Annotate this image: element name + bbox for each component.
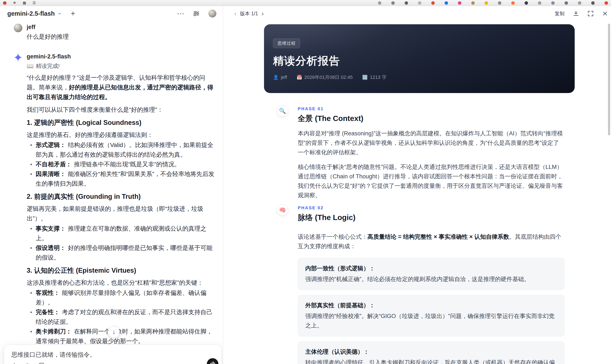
menubar-status-icon-2[interactable] [391,1,395,5]
menubar-status-icon-6[interactable] [445,1,448,5]
attach-plus-button[interactable]: + [12,361,17,364]
arrow-down-icon: ↓ [112,328,115,335]
user-name: jeff [27,23,216,31]
section-bullets-3: 客观性：能够识别并尽量排除个人偏见（如幸存者偏差、确认偏差）。 完备性：考虑了对… [27,288,216,346]
menubar-right-icons [378,1,608,5]
menubar-red-icon[interactable] [3,1,6,5]
gemini-star-icon [14,53,22,62]
menubar-grid-icon[interactable]: ▦ [23,1,26,5]
bullet-item: 完备性：考虑了对立的观点和潜在的反证，而不是只选择支持自己结论的证据。 [27,307,216,327]
dimension-cards: 内部一致性（形式逻辑）： 强调推理的“机械正确”。结论必须在给定的规则系统内逻辑… [298,258,565,364]
brain-icon: 🧠 [277,204,288,216]
phase-2-section: 🧠 PHASE 02 脉络 (The Logic) 该论述基于一个核心公式：高质… [264,205,575,364]
version-navigator: ‹ 版本 1/1 › [234,10,264,17]
next-version-button[interactable]: › [261,10,264,17]
phase-1-paragraph-2: 核心情境在于解决“思考的随意性”问题。不论是人类通过批判性思维进行决策，还是大语… [298,162,565,200]
section-desc-2: 逻辑再完美，如果前提是错误的，推理也是垃圾（即“垃圾进，垃圾出”）。 [27,204,216,223]
download-button[interactable] [573,10,579,17]
chat-panel: gemini-2.5-flash + ⋯ [0,6,223,364]
assistant-name: gemini-2.5-flash [27,53,216,60]
fullscreen-button[interactable] [587,10,594,17]
phase-2-intro: 该论述基于一个核心公式：高质量结论 = 结构完整性 × 事实准确性 × 认知自律… [298,232,565,251]
version-label: 版本 1/1 [240,10,258,17]
menubar-status-icon-17[interactable] [591,1,595,5]
author-icon: 👤 [273,75,279,80]
report-badge: 思维过程 [273,39,300,48]
menubar-left-icons: ❖▦☰ [3,1,36,5]
fullscreen-icon [587,10,594,17]
menubar-window-icon[interactable]: ❖ [13,1,16,5]
app-window: gemini-2.5-flash + ⋯ [0,6,611,364]
phase-1-title: 全景 (The Context) [298,114,565,124]
model-name: gemini-2.5-flash [7,10,55,17]
report-hero-card: 思维过程 精读分析报告 👤 jeff 📅 2026年01月08日 02:45 🔢… [264,24,575,93]
dimension-card-3: 主体伦理（认识美德）： 转向推理者的心理特征。引入奥卡姆剃刀和反向论证，旨在克服… [298,341,565,364]
prev-version-button[interactable]: ‹ [234,10,237,17]
artifact-panel: ‹ 版本 1/1 › 复制 [223,6,611,364]
dimension-card-2: 外部真实性（前提基础）： 强调推理的“经验校准”。解决“GIGO（垃圾进，垃圾出… [298,295,565,337]
bullet-item: 奥卡姆剃刀：在解释同一个现象时，如果两种推理都能站得住脚，通常倾向于最简单、假设… [27,327,216,346]
menubar-status-icon-14[interactable] [551,1,555,5]
composer-input[interactable]: 思维接口已就绪，请传输指令。 [11,351,214,359]
bullet-item: 不自相矛盾：推理链条中不能出现“既是又非”的情况。 [27,159,216,169]
section-heading-1: 1. 逻辑的严密性 (Logical Soundness) [27,118,216,127]
reading-status: 📖 精读完成! [27,62,216,70]
user-message: jeff 什么是好的推理 [14,23,216,41]
section-desc-3: 这涉及推理者的心态和方法论，也是区分“杠精”和“思想家”的关键： [27,278,216,287]
phase-2-title: 脉络 (The Logic) [298,212,565,223]
word-count-icon: 🔢 [362,75,368,80]
more-options-button[interactable]: ⋯ [177,10,184,17]
new-chat-button[interactable]: + [71,10,75,17]
image-icon[interactable] [38,362,45,364]
scrollbar[interactable] [608,24,610,135]
download-icon [573,10,579,17]
close-icon [602,11,608,16]
chat-header-actions: ⋯ [177,10,216,18]
menubar-status-icon-7[interactable] [458,1,461,5]
scroll-to-bottom-button[interactable]: ↓ [108,326,120,338]
sliders-icon [193,10,200,17]
menubar-status-icon-3[interactable] [405,1,408,5]
menubar-status-icon-5[interactable] [431,1,435,5]
artifact-content[interactable]: 思维过程 精读分析报告 👤 jeff 📅 2026年01月08日 02:45 🔢… [223,21,611,364]
waveform-icon [209,361,216,364]
bullet-item: 假设透明：好的推理会明确指明哪些是已知事实，哪些是基于可能的假设。 [27,243,216,262]
menubar-status-icon-9[interactable] [485,1,488,5]
tools-icon[interactable]: ✳ [25,363,30,364]
chevron-down-icon [57,11,62,16]
bullet-item: 形式逻辑：结构必须有效（Valid）。比如演绎推理中，如果前提全部为真，那么通过… [27,140,216,159]
voice-input-button[interactable] [207,358,218,364]
composer-actions: + ✳ [11,361,214,364]
menubar-status-icon-13[interactable] [538,1,541,5]
bullet-item: 事实支撑：推理建立在可靠的数据、准确的观测或公认的真理之上。 [27,224,216,243]
menubar-status-icon-8[interactable] [471,1,475,5]
menubar-status-icon-12[interactable] [525,1,528,5]
report-title: 精读分析报告 [273,54,565,68]
model-selector[interactable]: gemini-2.5-flash [7,10,62,17]
menubar-status-icon-1[interactable] [378,1,381,5]
menubar-status-icon-11[interactable] [511,1,515,5]
phase-2-label: PHASE 02 [298,205,565,210]
menubar-status-icon-10[interactable] [498,1,501,5]
copy-button[interactable]: 复制 [555,10,565,17]
settings-sliders-button[interactable] [193,10,200,17]
account-avatar[interactable] [208,10,216,18]
phase-1-paragraph-1: 本内容是对“推理 (Reasoning)”这一抽象概念的高层建模。在知识爆炸与人… [298,129,565,157]
menubar-list-icon[interactable]: ☰ [32,1,36,5]
book-icon: 📖 [27,62,34,70]
bullet-item: 因果清晰：能准确区分“相关性”和“因果关系”，不会轻率地将先后发生的事情归为因果… [27,169,216,188]
reading-status-text: 精读完成! [36,62,60,70]
menubar-status-icon-15[interactable] [565,1,568,5]
chat-message-list[interactable]: jeff 什么是好的推理 gemini-2.5-flash [0,22,223,364]
composer[interactable]: 思维接口已就绪，请传输指令。 + ✳ [4,345,222,364]
assistant-message: gemini-2.5-flash 📖 精读完成! “什么是好的推理？”这是一个涉… [14,53,216,364]
user-message-text: 什么是好的推理 [27,32,216,41]
close-button[interactable] [602,11,608,16]
magnifier-icon: 🔍 [277,105,288,117]
menubar-status-icon-18[interactable] [605,1,608,5]
menubar-status-icon-4[interactable] [418,1,421,5]
artifact-toolbar: ‹ 版本 1/1 › 复制 [223,6,611,21]
report-author: 👤 jeff [273,75,287,80]
phase-1-section: 🔍 PHASE 01 全景 (The Context) 本内容是对“推理 (Re… [264,106,575,200]
menubar-status-icon-16[interactable] [578,1,581,5]
